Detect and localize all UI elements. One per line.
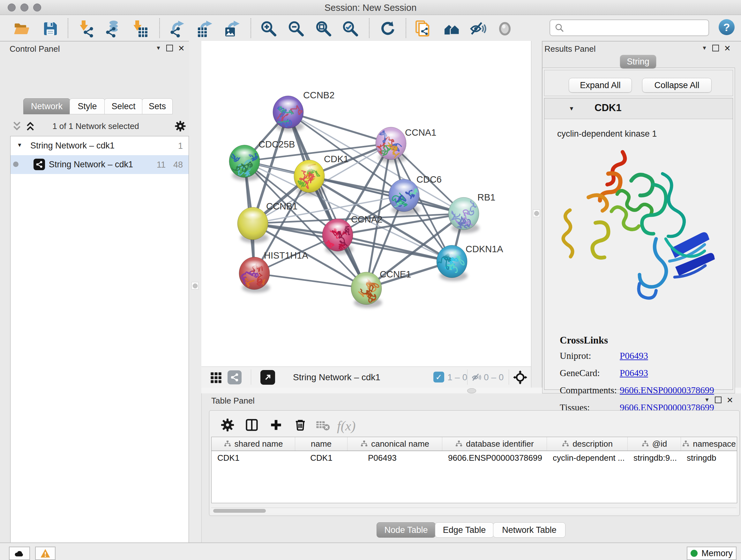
network-node-hist1h1a[interactable] xyxy=(239,257,270,296)
tab-network[interactable]: Network xyxy=(23,98,70,114)
column-header[interactable]: description xyxy=(547,437,628,450)
tree-icon xyxy=(562,440,569,448)
share-document-icon[interactable] xyxy=(414,20,432,38)
panel-float-icon[interactable] xyxy=(166,45,173,51)
tab-network-table[interactable]: Network Table xyxy=(493,522,565,538)
collapse-caret-icon[interactable]: ▼ xyxy=(17,142,22,148)
selected-checkbox-icon[interactable]: ✓ xyxy=(433,372,444,382)
function-builder-icon: f(x) xyxy=(337,418,355,434)
tab-string[interactable]: String xyxy=(620,55,656,68)
network-edge[interactable] xyxy=(254,273,366,288)
tree-icon xyxy=(682,440,690,448)
warnings-button[interactable] xyxy=(35,547,56,560)
home-icon[interactable] xyxy=(443,20,461,38)
panel-close-icon[interactable]: ✕ xyxy=(727,397,733,403)
import-network-icon[interactable] xyxy=(77,20,95,38)
column-header[interactable]: @id xyxy=(628,437,681,450)
toolbar-separator xyxy=(369,18,369,38)
export-network-icon[interactable] xyxy=(169,20,186,38)
columns-icon[interactable] xyxy=(245,418,259,432)
network-node-ccna1[interactable] xyxy=(375,127,407,166)
import-network-database-icon[interactable] xyxy=(104,20,122,38)
delete-column-icon[interactable] xyxy=(293,418,308,432)
panel-menu-icon[interactable]: ▼ xyxy=(156,45,161,51)
birdseye-icon[interactable] xyxy=(513,370,527,384)
expand-all-button[interactable]: Expand All xyxy=(569,78,632,92)
network-node-ccne1[interactable] xyxy=(351,272,382,308)
panel-float-icon[interactable] xyxy=(712,45,719,51)
gear-icon[interactable] xyxy=(174,120,186,132)
open-in-window-icon[interactable] xyxy=(260,370,275,385)
zoom-in-icon[interactable] xyxy=(260,20,278,38)
hide-graphics-details-icon[interactable] xyxy=(469,20,487,38)
column-header[interactable]: shared name xyxy=(212,437,295,450)
network-node-ccnb2[interactable] xyxy=(271,96,304,132)
network-node-rb1[interactable] xyxy=(448,197,479,233)
export-image-icon[interactable] xyxy=(224,20,242,38)
node-count: 11 xyxy=(157,160,165,170)
table-row[interactable]: CDK1 CDK1 P06493 9606.ENSP00000378699 cy… xyxy=(212,451,737,464)
panel-close-icon[interactable]: ✕ xyxy=(724,45,731,51)
column-header[interactable]: database identifier xyxy=(442,437,547,450)
add-column-icon[interactable] xyxy=(269,418,283,432)
column-header[interactable]: canonical name xyxy=(347,437,442,450)
zoom-fit-icon[interactable] xyxy=(315,20,333,38)
network-collection-row[interactable]: ▼ String Network – cdk1 1 xyxy=(10,136,189,155)
network-row[interactable]: String Network – cdk1 11 48 xyxy=(10,155,189,174)
network-node-cdkn1a[interactable] xyxy=(434,245,468,281)
node-label: RB1 xyxy=(477,192,495,202)
memory-button[interactable]: Memory xyxy=(687,547,737,560)
help-button[interactable]: ? xyxy=(719,19,735,35)
apply-layout-icon[interactable] xyxy=(379,20,396,38)
tab-select[interactable]: Select xyxy=(105,98,143,114)
collapse-caret-icon[interactable]: ▼ xyxy=(569,105,575,112)
network-node-ccnb1[interactable] xyxy=(238,207,268,243)
save-session-icon[interactable] xyxy=(42,20,59,38)
import-table-icon[interactable] xyxy=(131,20,149,38)
network-edge[interactable] xyxy=(288,112,366,288)
tree-icon xyxy=(360,440,368,448)
collapse-all-icon[interactable] xyxy=(11,121,22,132)
genecard-link[interactable]: P06493 xyxy=(620,368,648,385)
tab-edge-table[interactable]: Edge Table xyxy=(435,522,494,538)
left-splitter-handle[interactable] xyxy=(192,282,199,290)
tab-sets[interactable]: Sets xyxy=(142,98,173,114)
expand-all-icon[interactable] xyxy=(25,121,36,132)
search-field[interactable] xyxy=(549,19,709,36)
panel-close-icon[interactable]: ✕ xyxy=(178,45,185,51)
right-splitter-handle[interactable] xyxy=(533,209,540,217)
protein-section-header[interactable]: ▼ CDK1 xyxy=(544,98,733,119)
network-node-ccna2[interactable] xyxy=(322,219,354,254)
panel-menu-icon[interactable]: ▼ xyxy=(704,397,710,403)
collapse-all-button[interactable]: Collapse All xyxy=(642,78,712,92)
export-table-icon[interactable] xyxy=(197,20,214,38)
gear-icon[interactable] xyxy=(220,418,235,432)
left-splitter[interactable] xyxy=(189,41,202,543)
search-input[interactable] xyxy=(567,21,709,35)
grid-view-icon[interactable] xyxy=(210,372,222,383)
cloud-status-button[interactable] xyxy=(9,547,30,560)
column-header[interactable]: namespace xyxy=(681,437,737,450)
zoom-selected-icon[interactable] xyxy=(341,20,359,38)
scrollbar-thumb[interactable] xyxy=(213,509,266,513)
warning-icon xyxy=(40,549,51,558)
panel-float-icon[interactable] xyxy=(715,396,722,403)
show-graphics-details-icon[interactable] xyxy=(496,20,514,38)
right-splitter[interactable] xyxy=(531,41,542,393)
panel-menu-icon[interactable]: ▼ xyxy=(702,45,707,51)
horizontal-splitter-handle[interactable] xyxy=(467,388,476,393)
cytoscape-window: Session: New Session xyxy=(0,0,741,560)
horizontal-scrollbar[interactable] xyxy=(211,508,737,514)
zoom-out-icon[interactable] xyxy=(287,20,305,38)
network-view-toolbar: String Network – cdk1 ✓ 1 – 0 0 – 0 xyxy=(201,367,531,388)
network-node-cdc25b[interactable] xyxy=(229,145,261,181)
network-canvas[interactable]: CCNB2CCNA1CDC25BCDK1CDC6RB1CCNB1CCNA2CDK… xyxy=(201,41,531,367)
tab-node-table[interactable]: Node Table xyxy=(377,522,435,538)
share-network-icon[interactable] xyxy=(227,370,242,384)
uniprot-link[interactable]: P06493 xyxy=(620,351,648,368)
network-node-cdk1[interactable] xyxy=(294,160,325,196)
open-session-icon[interactable] xyxy=(13,20,30,38)
column-header[interactable]: name xyxy=(295,437,347,450)
tab-style[interactable]: Style xyxy=(70,98,105,114)
network-edge[interactable] xyxy=(288,112,391,143)
